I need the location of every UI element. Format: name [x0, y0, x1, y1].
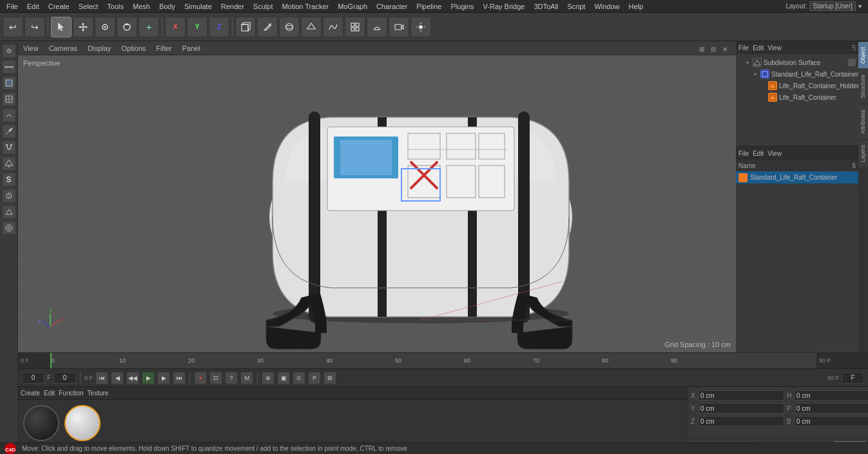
menu-script[interactable]: Script: [563, 1, 589, 12]
tree-item-raft-container-parent[interactable]: ▾ Standard_Life_Raft_Container: [738, 68, 856, 80]
menu-body[interactable]: Body: [155, 1, 179, 12]
left-tool-11[interactable]: [2, 205, 16, 219]
left-tool-2[interactable]: [2, 60, 16, 74]
rotate-tool-button[interactable]: [117, 17, 137, 37]
menu-pipeline[interactable]: Pipeline: [412, 1, 445, 12]
menu-simulate[interactable]: Simulate: [180, 1, 216, 12]
menu-motion-tracker[interactable]: Motion Tracker: [278, 1, 333, 12]
attr-item-raft[interactable]: Standard_Life_Raft_Container: [736, 171, 858, 184]
obj-view-menu[interactable]: View: [767, 44, 782, 52]
menu-window[interactable]: Window: [590, 1, 623, 12]
vp-close-icon[interactable]: ✕: [720, 45, 729, 54]
frame-counter-input[interactable]: [53, 372, 76, 384]
b-input[interactable]: [795, 416, 868, 426]
move-tool-button[interactable]: [73, 17, 93, 37]
y-pos-input[interactable]: [699, 403, 784, 413]
z-pos-input[interactable]: [699, 416, 784, 426]
obj-btn-7[interactable]: [367, 17, 387, 37]
obj-btn-3[interactable]: [279, 17, 300, 37]
material-thumb-2[interactable]: [64, 405, 101, 441]
menu-vray-bridge[interactable]: V-Ray Bridge: [479, 1, 529, 12]
vtab-object[interactable]: Object: [858, 41, 868, 69]
menu-edit[interactable]: Edit: [23, 1, 43, 12]
menu-render[interactable]: Render: [217, 1, 248, 12]
constraint-button[interactable]: ⊙: [293, 372, 305, 384]
vp-menu-view[interactable]: View: [21, 43, 41, 53]
left-tool-12[interactable]: [2, 221, 16, 235]
motion-button[interactable]: M: [240, 372, 253, 384]
vtab-layers[interactable]: Layers: [858, 139, 868, 167]
play-button[interactable]: ▶: [142, 372, 155, 384]
undo-button[interactable]: ↩: [3, 17, 23, 37]
left-tool-6[interactable]: [2, 124, 16, 138]
vp-menu-panel[interactable]: Panel: [180, 43, 203, 53]
attr-edit-menu[interactable]: Edit: [753, 150, 764, 157]
menu-mesh[interactable]: Mesh: [129, 1, 154, 12]
left-tool-9[interactable]: S: [2, 173, 16, 187]
vtab-attributes[interactable]: Attributes: [858, 104, 868, 139]
y-axis-button[interactable]: Y: [187, 17, 207, 37]
vp-maximize-icon[interactable]: ⊞: [697, 45, 706, 54]
select-tool-button[interactable]: [51, 17, 72, 37]
menu-help[interactable]: Help: [625, 1, 648, 12]
record-button[interactable]: ●: [194, 372, 207, 384]
obj-btn-8[interactable]: [389, 17, 409, 37]
tree-item-container[interactable]: ▸ Life_Raft_Container: [738, 91, 856, 103]
ik-button[interactable]: P: [308, 372, 321, 384]
menu-mograph[interactable]: MoGraph: [334, 1, 371, 12]
mat-texture-menu[interactable]: Texture: [88, 390, 109, 397]
vp-menu-filter[interactable]: Filter: [153, 43, 174, 53]
left-tool-8[interactable]: [2, 156, 16, 171]
snap-enable-button[interactable]: ⊕: [262, 372, 275, 384]
vp-menu-display[interactable]: Display: [85, 43, 113, 53]
attr-file-menu[interactable]: File: [738, 150, 749, 157]
left-tool-1[interactable]: [2, 44, 16, 58]
layout-value[interactable]: Startup [User]: [809, 1, 856, 11]
obj-btn-6[interactable]: [345, 17, 365, 37]
step-back-button[interactable]: ◀: [111, 372, 124, 384]
obj-btn-1[interactable]: [235, 17, 256, 37]
obj-edit-menu[interactable]: Edit: [753, 44, 764, 52]
anim-mode-button[interactable]: ▣: [277, 372, 290, 384]
loop-button[interactable]: ?: [225, 372, 238, 384]
obj-btn-5[interactable]: [323, 17, 343, 37]
play-reverse-button[interactable]: ◀◀: [126, 372, 139, 384]
timeline-ruler[interactable]: 0 10 20 30 40 50 60 70 80 90: [50, 353, 816, 368]
menu-tools[interactable]: Tools: [103, 1, 128, 12]
layout-selector[interactable]: Layout: Startup [User] ▾: [782, 1, 865, 11]
z-axis-button[interactable]: Z: [209, 17, 229, 37]
left-tool-10[interactable]: [2, 189, 16, 203]
obj-file-menu[interactable]: File: [738, 44, 749, 52]
menu-3dtoall[interactable]: 3DToAll: [530, 1, 562, 12]
timeline[interactable]: 0 F 0 10 20 30 40 50 60 70 80 90 90 F: [18, 352, 868, 368]
menu-sculpt[interactable]: Sculpt: [249, 1, 277, 12]
current-frame-input[interactable]: [22, 372, 44, 384]
scale-tool-button[interactable]: [95, 17, 115, 37]
mat-edit-menu[interactable]: Edit: [44, 390, 55, 397]
layout-arrow[interactable]: ▾: [858, 3, 862, 10]
tree-item-holder[interactable]: ▸ Life_Raft_Container_Holder: [738, 80, 856, 91]
soft-ik-button[interactable]: ⊞: [323, 372, 336, 384]
goto-start-button[interactable]: ⏮: [95, 372, 108, 384]
add-tool-button[interactable]: +: [139, 17, 159, 37]
menu-select[interactable]: Select: [75, 1, 102, 12]
autokey-button[interactable]: ⊡: [209, 372, 222, 384]
step-fwd-button[interactable]: ▶: [157, 372, 170, 384]
3d-viewport[interactable]: Perspective: [18, 55, 736, 352]
left-tool-3[interactable]: [2, 76, 16, 90]
obj-btn-4[interactable]: [301, 17, 322, 37]
vp-menu-options[interactable]: Options: [119, 43, 148, 53]
material-thumb-1[interactable]: [23, 405, 59, 441]
goto-end-button[interactable]: ⏭: [173, 372, 186, 384]
vp-minimize-icon[interactable]: ⊟: [709, 45, 718, 54]
left-tool-5[interactable]: [2, 108, 16, 122]
menu-create[interactable]: Create: [44, 1, 73, 12]
left-tool-4[interactable]: [2, 92, 16, 106]
menu-plugins[interactable]: Plugins: [447, 1, 477, 12]
mat-create-menu[interactable]: Create: [21, 390, 40, 397]
mat-function-menu[interactable]: Function: [59, 390, 83, 397]
vtab-structure[interactable]: Structure: [858, 69, 868, 104]
x-axis-button[interactable]: X: [165, 17, 186, 37]
left-tool-7[interactable]: [2, 140, 16, 155]
fps-input[interactable]: [842, 372, 864, 384]
